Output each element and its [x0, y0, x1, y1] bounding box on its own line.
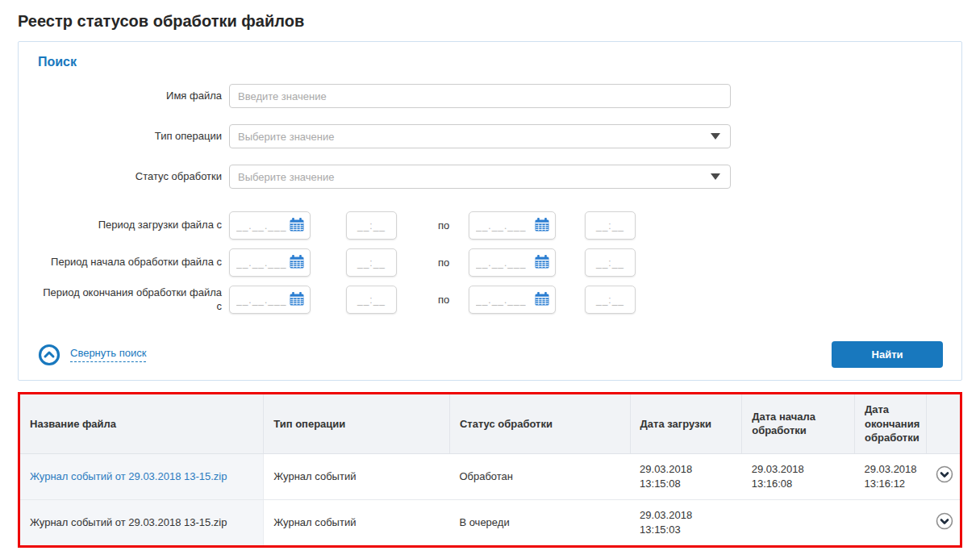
chevron-down-icon: [711, 133, 720, 140]
processing-status-placeholder: Выберите значение: [238, 171, 334, 183]
panel-footer: Свернуть поиск Найти: [38, 341, 944, 368]
column-header-file-name: Название файла: [20, 394, 264, 453]
column-header-start-date: Дата начала обработки: [742, 394, 855, 453]
row-actions-cell: [926, 499, 960, 545]
calendar-icon[interactable]: [290, 255, 304, 271]
start-period-label: Период начала обработки файла с: [38, 256, 222, 269]
file-name-label: Имя файла: [38, 90, 222, 102]
processing-status-row: Статус обработки Выберите значение: [38, 165, 944, 189]
column-header-actions: [926, 394, 960, 453]
end-period-to-time[interactable]: [585, 286, 636, 314]
upload-date-cell: 29.03.2018 13:15:03: [630, 499, 742, 545]
operation-type-label: Тип операции: [38, 130, 222, 143]
column-header-status: Статус обработки: [449, 394, 630, 453]
column-header-end-date: Дата окончания обработки: [854, 394, 926, 453]
row-actions-cell: [926, 453, 960, 499]
upload-period-label: Период загрузки файла с: [38, 219, 222, 232]
start-period-row: Период начала обработки файла с по: [38, 248, 944, 277]
search-panel: Поиск Имя файла Тип операции Выберите зн…: [18, 41, 962, 381]
search-heading: Поиск: [38, 55, 944, 69]
end-date-cell: [854, 499, 926, 545]
date-input[interactable]: [236, 257, 286, 269]
upload-date-cell: 29.03.2018 13:15:08: [630, 453, 742, 499]
end-period-row: Период окончания обработки файла с по: [38, 286, 944, 314]
expand-row-chevron-icon[interactable]: [936, 465, 953, 483]
operation-type-select[interactable]: Выберите значение: [229, 124, 731, 148]
upload-period-to-date[interactable]: [469, 211, 556, 240]
start-date-cell: [742, 499, 855, 545]
chevron-down-icon: [711, 173, 720, 180]
table-header-row: Название файла Тип операции Статус обраб…: [20, 394, 960, 453]
to-label: по: [438, 294, 454, 306]
column-header-operation-type: Тип операции: [264, 394, 450, 453]
end-date-cell: 29.03.2018 13:16:12: [854, 453, 926, 499]
table-row: Журнал событий от 29.03.2018 13-15.zip Ж…: [20, 453, 960, 499]
file-name-input[interactable]: [229, 84, 731, 108]
date-input[interactable]: [476, 220, 526, 232]
processing-status-label: Статус обработки: [38, 170, 222, 183]
calendar-icon[interactable]: [535, 292, 549, 308]
date-input[interactable]: [476, 257, 526, 269]
file-name-row: Имя файла: [38, 84, 944, 108]
end-period-from-date[interactable]: [229, 286, 311, 314]
status-cell: В очереди: [449, 499, 630, 545]
calendar-icon[interactable]: [290, 218, 304, 234]
to-label: по: [438, 219, 454, 232]
calendar-icon[interactable]: [535, 218, 549, 234]
calendar-icon[interactable]: [535, 255, 549, 271]
end-period-label: Период окончания обработки файла с: [38, 286, 222, 313]
time-input[interactable]: [594, 220, 627, 232]
to-label: по: [438, 257, 454, 269]
start-date-cell: 29.03.2018 13:16:08: [742, 453, 855, 499]
start-period-to-time[interactable]: [585, 248, 636, 277]
date-input[interactable]: [476, 294, 526, 306]
find-button[interactable]: Найти: [832, 341, 943, 368]
table-row: Журнал событий от 29.03.2018 13-15.zip Ж…: [20, 499, 960, 545]
time-input[interactable]: [356, 294, 388, 306]
start-period-from-date[interactable]: [229, 248, 311, 277]
status-cell: Обработан: [449, 453, 630, 499]
operation-type-row: Тип операции Выберите значение: [38, 124, 944, 148]
file-link[interactable]: Журнал событий от 29.03.2018 13-15.zip: [30, 470, 227, 482]
upload-period-row: Период загрузки файла с по: [38, 211, 944, 240]
end-period-to-date[interactable]: [469, 286, 556, 314]
start-period-from-time[interactable]: [346, 248, 397, 277]
results-table: Название файла Тип операции Статус обраб…: [20, 394, 960, 545]
time-input[interactable]: [594, 294, 627, 306]
expand-row-chevron-icon[interactable]: [936, 512, 953, 530]
column-header-upload-date: Дата загрузки: [630, 394, 742, 453]
time-input[interactable]: [594, 257, 627, 269]
time-input[interactable]: [356, 220, 388, 232]
collapse-search-toggle[interactable]: Свернуть поиск: [38, 344, 146, 366]
chevron-up-circle-icon[interactable]: [38, 344, 60, 366]
processing-status-select[interactable]: Выберите значение: [229, 165, 731, 189]
upload-period-to-time[interactable]: [585, 211, 636, 240]
start-period-to-date[interactable]: [469, 248, 556, 277]
file-name-cell: Журнал событий от 29.03.2018 13-15.zip: [20, 453, 264, 499]
time-input[interactable]: [356, 257, 388, 269]
date-input[interactable]: [236, 220, 286, 232]
end-period-from-time[interactable]: [346, 286, 397, 314]
collapse-search-link[interactable]: Свернуть поиск: [70, 347, 146, 362]
operation-type-cell: Журнал событий: [264, 453, 450, 499]
date-input[interactable]: [236, 294, 286, 306]
upload-period-from-date[interactable]: [229, 211, 311, 240]
file-name-cell: Журнал событий от 29.03.2018 13-15.zip: [20, 499, 264, 545]
calendar-icon[interactable]: [290, 292, 304, 308]
operation-type-cell: Журнал событий: [264, 499, 450, 545]
upload-period-from-time[interactable]: [346, 211, 397, 240]
results-table-highlight: Название файла Тип операции Статус обраб…: [18, 392, 962, 548]
operation-type-placeholder: Выберите значение: [238, 131, 334, 143]
page-title: Реестр статусов обработки файлов: [18, 12, 962, 31]
